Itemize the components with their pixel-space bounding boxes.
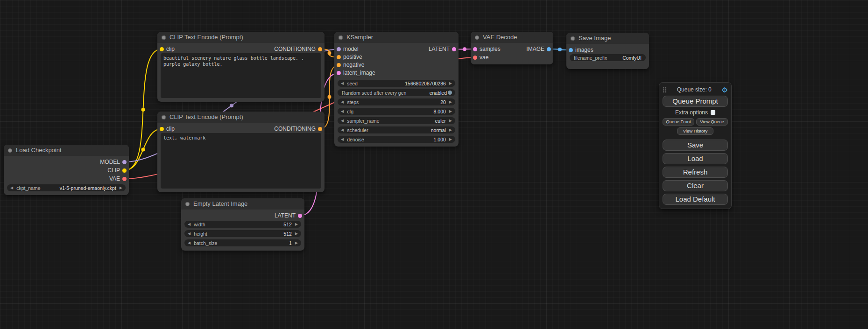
node-graph-canvas[interactable]: Load Checkpoint MODEL CLIP VAE ◀ ckpt_na… [0,0,868,329]
vae-output-port[interactable] [122,177,127,181]
decrement-arrow-icon[interactable]: ◀ [188,239,191,246]
output-label-clip: CLIP [107,166,120,175]
node-empty-latent-image[interactable]: Empty Latent Image LATENT ◀ width 512 ▶ … [181,198,304,251]
model-input-port[interactable] [337,47,341,51]
random-seed-toggle-icon[interactable] [448,91,452,95]
widget-value: normal [431,127,446,133]
positive-input-port[interactable] [337,55,341,59]
width-widget[interactable]: ◀ width 512 ▶ [184,221,301,228]
vae-input-port[interactable] [473,56,477,60]
node-save-image[interactable]: Save Image images filename_prefix ComfyU… [566,33,649,69]
batch-size-widget[interactable]: ◀ batch_size 1 ▶ [184,239,301,246]
clip-input-port[interactable] [160,47,164,51]
node-title: CLIP Text Encode (Prompt) [169,34,243,41]
prev-value-arrow-icon[interactable]: ◀ [10,184,13,191]
increment-arrow-icon[interactable]: ▶ [295,239,298,246]
load-default-button[interactable]: Load Default [663,194,728,205]
decrement-arrow-icon[interactable]: ◀ [188,230,191,237]
denoise-widget[interactable]: ◀ denoise 1.000 ▶ [338,136,455,143]
latent-image-input-port[interactable] [337,71,341,75]
collapse-toggle-icon[interactable] [162,115,166,119]
images-input-port[interactable] [569,48,573,52]
drag-handle-icon[interactable] [663,87,667,93]
input-label-negative: negative [343,61,364,69]
save-button[interactable]: Save [663,140,728,151]
increment-arrow-icon[interactable]: ▶ [295,230,298,237]
node-title-bar[interactable]: Empty Latent Image [181,198,304,210]
seed-widget[interactable]: ◀ seed 156680208700286 ▶ [338,80,455,87]
view-queue-button[interactable]: View Queue [696,118,728,126]
next-value-arrow-icon[interactable]: ▶ [449,126,452,133]
load-button[interactable]: Load [663,153,728,164]
ckpt-name-widget[interactable]: ◀ ckpt_name v1-5-pruned-emaonly.ckpt ▶ [7,184,126,191]
collapse-toggle-icon[interactable] [8,148,12,153]
queue-size-label: Queue size: 0 [667,86,722,93]
view-history-button[interactable]: View History [677,127,713,135]
collapse-toggle-icon[interactable] [339,35,343,40]
widget-value: 512 [283,231,292,237]
node-title-bar[interactable]: CLIP Text Encode (Prompt) [157,32,325,43]
widget-label: seed [347,81,358,86]
node-clip-text-encode-positive[interactable]: CLIP Text Encode (Prompt) clip CONDITION… [157,32,325,102]
steps-widget[interactable]: ◀ steps 20 ▶ [338,98,455,105]
height-widget[interactable]: ◀ height 512 ▶ [184,230,301,237]
node-ksampler[interactable]: KSampler model LATENT positive negative … [334,32,459,147]
node-title-bar[interactable]: KSampler [334,32,459,43]
widget-label: cfg [347,109,353,114]
widget-label: steps [347,99,359,105]
collapse-toggle-icon[interactable] [571,36,575,41]
prev-value-arrow-icon[interactable]: ◀ [341,117,344,124]
decrement-arrow-icon[interactable]: ◀ [341,108,344,115]
node-title: Load Checkpoint [16,147,62,154]
extra-options-checkbox[interactable] [711,110,715,115]
input-label-clip: clip [166,125,175,133]
prompt-textarea[interactable]: beautiful scenery nature glass bottle la… [161,53,321,98]
output-label-latent: LATENT [429,45,450,53]
conditioning-output-port[interactable] [318,47,322,51]
queue-front-button[interactable]: Queue Front [663,118,694,126]
filename-prefix-widget[interactable]: filename_prefix ComfyUI [570,54,646,61]
conditioning-output-port[interactable] [318,127,322,131]
output-label-image: IMAGE [526,45,544,53]
increment-arrow-icon[interactable]: ▶ [449,108,452,115]
increment-arrow-icon[interactable]: ▶ [449,98,452,105]
decrement-arrow-icon[interactable]: ◀ [188,221,191,228]
node-load-checkpoint[interactable]: Load Checkpoint MODEL CLIP VAE ◀ ckpt_na… [4,145,129,195]
increment-arrow-icon[interactable]: ▶ [449,136,452,143]
next-value-arrow-icon[interactable]: ▶ [449,117,452,124]
node-title-bar[interactable]: CLIP Text Encode (Prompt) [157,112,325,123]
node-clip-text-encode-negative[interactable]: CLIP Text Encode (Prompt) clip CONDITION… [157,112,325,192]
latent-output-port[interactable] [298,214,302,218]
negative-input-port[interactable] [337,63,341,67]
node-title-bar[interactable]: Load Checkpoint [4,145,129,156]
collapse-toggle-icon[interactable] [185,202,190,206]
random-seed-widget[interactable]: Random seed after every gen enabled [338,89,455,96]
cfg-widget[interactable]: ◀ cfg 8.000 ▶ [338,108,455,115]
decrement-arrow-icon[interactable]: ◀ [341,98,344,105]
collapse-toggle-icon[interactable] [162,35,166,40]
clip-output-port[interactable] [122,168,127,173]
collapse-toggle-icon[interactable] [475,35,479,40]
image-output-port[interactable] [547,47,551,51]
sampler-name-widget[interactable]: ◀ sampler_name euler ▶ [338,117,455,124]
widget-label: sampler_name [347,118,379,124]
clear-button[interactable]: Clear [663,180,728,191]
model-output-port[interactable] [122,160,127,164]
node-title-bar[interactable]: Save Image [566,33,649,44]
node-vae-decode[interactable]: VAE Decode samples IMAGE vae [471,32,553,64]
increment-arrow-icon[interactable]: ▶ [295,221,298,228]
prev-value-arrow-icon[interactable]: ◀ [341,126,344,133]
refresh-button[interactable]: Refresh [663,167,728,178]
next-value-arrow-icon[interactable]: ▶ [120,184,122,191]
latent-output-port[interactable] [452,47,456,51]
scheduler-widget[interactable]: ◀ scheduler normal ▶ [338,126,455,133]
decrement-arrow-icon[interactable]: ◀ [341,136,344,143]
prompt-textarea[interactable]: text, watermark [161,133,321,189]
increment-arrow-icon[interactable]: ▶ [449,80,452,87]
node-title-bar[interactable]: VAE Decode [471,32,553,43]
decrement-arrow-icon[interactable]: ◀ [341,80,344,87]
samples-input-port[interactable] [473,47,477,51]
queue-prompt-button[interactable]: Queue Prompt [663,96,728,107]
settings-gear-icon[interactable]: ⚙ [722,86,728,93]
clip-input-port[interactable] [160,127,164,131]
